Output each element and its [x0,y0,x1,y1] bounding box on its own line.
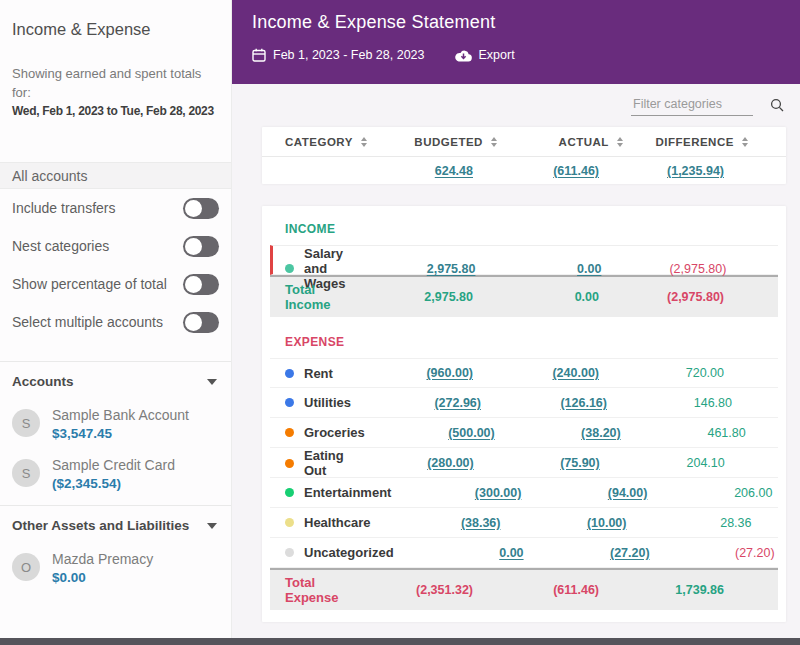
category-name: Rent [304,366,333,381]
difference-value: 461.80 [621,426,746,440]
date-range-button[interactable]: Feb 1, 2023 - Feb 28, 2023 [252,48,425,62]
account-item-sample-credit[interactable]: S Sample Credit Card ($2,345.54) [0,449,231,499]
actual-link[interactable]: (38.20) [581,426,621,440]
account-item-sample-bank[interactable]: S Sample Bank Account $3,547.45 [0,399,231,449]
budgeted-link[interactable]: 0.00 [499,546,523,560]
category-cell: Groceries [285,425,365,440]
actual-link[interactable]: (10.00) [587,516,627,530]
toggle-label: Select multiple accounts [12,314,163,330]
category-dot-icon [285,488,294,497]
account-info: Sample Bank Account $3,547.45 [52,407,189,441]
search-button[interactable] [768,96,786,114]
page-title: Income & Expense Statement [252,12,780,33]
category-cell: Entertainment [285,485,391,500]
sidebar-date-range: Wed, Feb 1, 2023 to Tue, Feb 28, 2023 [12,103,219,120]
content: CATEGORY BUDGETED ACTUAL DIFFERENCE [232,84,800,645]
expense-row-uncategorized[interactable]: Uncategorized 0.00 (27.20) (27.20) [270,538,778,568]
column-label: DIFFERENCE [655,136,733,148]
toggle-row-show-percentage: Show percentage of total [0,265,231,303]
income-row-salary-and-wages[interactable]: Salary and Wages 2,975.80 0.00 (2,975.80… [270,245,778,275]
difference-value: 146.80 [607,396,732,410]
account-name: Mazda Premacy [52,551,153,567]
expense-row-eating-out[interactable]: Eating Out (280.00) (75.90) 204.10 [270,448,778,478]
avatar: O [12,553,40,581]
column-label: CATEGORY [285,136,353,148]
header-controls: Feb 1, 2023 - Feb 28, 2023 Export [252,48,780,62]
total-expense-budgeted: (2,351.32) [343,583,473,597]
expense-row-healthcare[interactable]: Healthcare (38.36) (10.00) 28.36 [270,508,778,538]
income-section-label: INCOME [270,208,778,245]
summary-budgeted-link[interactable]: 624.48 [435,164,473,178]
category-cell: Rent [285,366,343,381]
search-icon [770,98,784,112]
budgeted-link[interactable]: (300.00) [475,486,522,500]
filter-categories-input[interactable] [631,93,753,116]
column-header-difference[interactable]: DIFFERENCE [623,136,748,148]
toggle-row-nest-categories: Nest categories [0,227,231,265]
other-assets-section-header[interactable]: Other Assets and Liabilities [0,505,231,543]
actual-link[interactable]: (27.20) [610,546,650,560]
summary-actual-link[interactable]: (611.46) [553,164,599,178]
column-label: ACTUAL [559,136,609,148]
difference-value: (2,975.80) [601,262,726,276]
account-balance: ($2,345.54) [52,476,175,491]
column-header-budgeted[interactable]: BUDGETED [367,136,497,148]
budgeted-link[interactable]: (272.96) [434,396,481,410]
all-accounts-label: All accounts [12,168,87,184]
category-dot-icon [285,264,294,273]
sidebar: Income & Expense Showing earned and spen… [0,0,232,645]
toggle-knob [185,276,202,293]
budgeted-link[interactable]: (960.00) [426,366,473,380]
budgeted-link[interactable]: 2,975.80 [427,262,476,276]
expense-row-rent[interactable]: Rent (960.00) (240.00) 720.00 [270,358,778,388]
column-header-category[interactable]: CATEGORY [285,136,367,148]
toggle-knob [185,200,202,217]
sidebar-description-line1: Showing earned and spent totals for: [12,66,201,100]
budgeted-link[interactable]: (500.00) [448,426,495,440]
category-cell: Uncategorized [285,545,394,560]
account-name: Sample Credit Card [52,457,175,473]
toggle-row-include-transfers: Include transfers [0,189,231,227]
table-header-row: CATEGORY BUDGETED ACTUAL DIFFERENCE [262,127,786,157]
include-transfers-toggle[interactable] [183,198,219,219]
export-button[interactable]: Export [455,48,515,62]
toggle-label: Show percentage of total [12,276,167,292]
difference-value: 28.36 [626,516,751,530]
category-dot-icon [285,548,294,557]
actual-link[interactable]: (126.16) [560,396,607,410]
category-cell: Healthcare [285,515,370,530]
difference-value: 720.00 [599,366,724,380]
actual-link[interactable]: (240.00) [552,366,599,380]
column-header-actual[interactable]: ACTUAL [497,136,623,148]
category-name: Eating Out [304,448,344,478]
date-range-label: Feb 1, 2023 - Feb 28, 2023 [273,48,425,62]
budgeted-link[interactable]: (38.36) [461,516,501,530]
toggle-knob [185,238,202,255]
avatar: S [12,409,40,437]
category-dot-icon [285,459,294,468]
expense-row-entertainment[interactable]: Entertainment (300.00) (94.00) 206.00 [270,478,778,508]
accounts-section-header[interactable]: Accounts [0,361,231,399]
category-name: Uncategorized [304,545,394,560]
toggle-label: Nest categories [12,238,109,254]
total-income-difference: (2,975.80) [599,290,724,304]
select-multiple-accounts-toggle[interactable] [183,312,219,333]
actual-link[interactable]: (75.90) [560,456,600,470]
budgeted-link[interactable]: (280.00) [427,456,474,470]
summary-difference-link[interactable]: (1,235.94) [667,164,724,178]
expense-row-utilities[interactable]: Utilities (272.96) (126.16) 146.80 [270,388,778,418]
actual-link[interactable]: 0.00 [577,262,601,276]
expense-row-groceries[interactable]: Groceries (500.00) (38.20) 461.80 [270,418,778,448]
bottom-bar [0,638,800,645]
nest-categories-toggle[interactable] [183,236,219,257]
actual-link[interactable]: (94.00) [608,486,648,500]
all-accounts-selector[interactable]: All accounts [0,162,231,189]
account-item-mazda-premacy[interactable]: O Mazda Premacy $0.00 [0,543,231,593]
other-assets-section-label: Other Assets and Liabilities [12,518,189,533]
category-name: Utilities [304,395,351,410]
export-label: Export [479,48,515,62]
show-percentage-toggle[interactable] [183,274,219,295]
account-balance: $3,547.45 [52,426,189,441]
statement-card: INCOME Salary and Wages 2,975.80 0.00 (2… [262,206,786,622]
account-name: Sample Bank Account [52,407,189,423]
